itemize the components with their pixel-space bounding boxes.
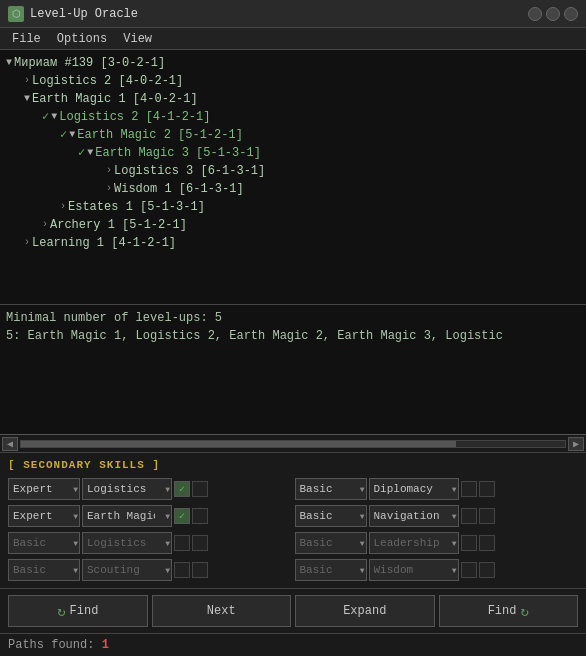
skill-checkbox-0-right-1[interactable] [461, 481, 477, 497]
scroll-left-button[interactable]: ◀ [2, 437, 18, 451]
skill-level-3-right[interactable]: BasicExpertAdvanced [295, 559, 367, 581]
skill-level-wrapper-0-right: BasicExpertAdvanced ▼ [295, 478, 367, 500]
skill-checkbox-2-right-1[interactable] [461, 535, 477, 551]
skill-level-0-left[interactable]: ExpertBasicAdvanced [8, 478, 80, 500]
skill-row-3-left: BasicExpertAdvanced ▼ Scouting ▼ [8, 558, 292, 582]
skill-checkbox-3-left-2[interactable] [192, 562, 208, 578]
skill-level-2-left[interactable]: BasicExpertAdvanced [8, 532, 80, 554]
skills-grid: ExpertBasicAdvanced ▼ Logistics ▼ BasicE… [8, 477, 578, 582]
tree-arrow-4[interactable]: ▼ [69, 126, 75, 144]
skill-checkbox-2-right-2[interactable] [479, 535, 495, 551]
tree-area[interactable]: ▼ Мириам #139 [3-0-2-1] › Logistics 2 [4… [0, 50, 586, 305]
skill-level-2-right[interactable]: BasicExpertAdvanced [295, 532, 367, 554]
tree-node-2: Earth Magic 1 [4-0-2-1] [32, 90, 198, 108]
skill-checkbox-0-left-2[interactable] [192, 481, 208, 497]
tree-arrow-7[interactable]: › [106, 180, 112, 198]
status-label: Paths found: [8, 638, 94, 652]
output-area: Minimal number of level-ups: 5 5: Earth … [0, 305, 586, 435]
tree-row-9[interactable]: › Archery 1 [5-1-2-1] [6, 216, 580, 234]
menu-file[interactable]: File [4, 30, 49, 48]
skill-checkbox-1-left-2[interactable] [192, 508, 208, 524]
title-bar: ⬡ Level-Up Oracle [0, 0, 586, 28]
next-button[interactable]: Next [152, 595, 292, 627]
skill-checkbox-1-left-1[interactable] [174, 508, 190, 524]
status-spacer [94, 638, 101, 652]
tree-row-10[interactable]: › Learning 1 [4-1-2-1] [6, 234, 580, 252]
skill-name-2-right[interactable]: Leadership [369, 532, 459, 554]
tree-row-1[interactable]: › Logistics 2 [4-0-2-1] [6, 72, 580, 90]
horizontal-scrollbar[interactable]: ◀ ▶ [0, 435, 586, 453]
status-count: 1 [102, 638, 109, 652]
skill-checkbox-3-right-2[interactable] [479, 562, 495, 578]
tree-arrow-6[interactable]: › [106, 162, 112, 180]
tree-node-7: Wisdom 1 [6-1-3-1] [114, 180, 244, 198]
tree-arrow-1[interactable]: › [24, 72, 30, 90]
refresh-icon-2: ↻ [520, 603, 528, 620]
tree-node-3: Logistics 2 [4-1-2-1] [59, 108, 210, 126]
skill-name-wrapper-1-left: Earth Magic ▼ [82, 505, 172, 527]
skill-name-2-left[interactable]: Logistics [82, 532, 172, 554]
tree-row-5[interactable]: ✓ ▼ Earth Magic 3 [5-1-3-1] [6, 144, 580, 162]
skill-checkbox-3-right-1[interactable] [461, 562, 477, 578]
skill-level-1-left[interactable]: ExpertBasicAdvanced [8, 505, 80, 527]
tree-arrow-9[interactable]: › [42, 216, 48, 234]
skill-name-0-left[interactable]: Logistics [82, 478, 172, 500]
minimize-button[interactable] [528, 7, 542, 21]
skill-level-1-right[interactable]: BasicExpertAdvanced [295, 505, 367, 527]
skill-checkbox-3-left-1[interactable] [174, 562, 190, 578]
close-button[interactable] [564, 7, 578, 21]
scroll-track[interactable] [20, 440, 566, 448]
title-bar-text: Level-Up Oracle [30, 7, 528, 21]
menu-bar: File Options View [0, 28, 586, 50]
tree-arrow-5[interactable]: ▼ [87, 144, 93, 162]
tree-node-10: Learning 1 [4-1-2-1] [32, 234, 176, 252]
skill-checkbox-0-left-1[interactable] [174, 481, 190, 497]
tree-arrow-10[interactable]: › [24, 234, 30, 252]
tree-node-4: Earth Magic 2 [5-1-2-1] [77, 126, 243, 144]
skill-name-1-left[interactable]: Earth Magic [82, 505, 172, 527]
skill-name-0-right[interactable]: Diplomacy [369, 478, 459, 500]
skill-name-1-right[interactable]: Navigation [369, 505, 459, 527]
tree-arrow-2[interactable]: ▼ [24, 90, 30, 108]
expand-button[interactable]: Expand [295, 595, 435, 627]
skill-name-3-right[interactable]: Wisdom [369, 559, 459, 581]
menu-view[interactable]: View [115, 30, 160, 48]
tree-row-0[interactable]: ▼ Мириам #139 [3-0-2-1] [6, 54, 580, 72]
skill-name-wrapper-0-left: Logistics ▼ [82, 478, 172, 500]
skill-checkbox-1-right-1[interactable] [461, 508, 477, 524]
find-button-1[interactable]: ↻ Find [8, 595, 148, 627]
skill-level-0-right[interactable]: BasicExpertAdvanced [295, 478, 367, 500]
skill-checkbox-0-right-2[interactable] [479, 481, 495, 497]
tree-row-4[interactable]: ✓ ▼ Earth Magic 2 [5-1-2-1] [6, 126, 580, 144]
skill-level-3-left[interactable]: BasicExpertAdvanced [8, 559, 80, 581]
scroll-thumb[interactable] [21, 441, 456, 447]
skill-checkbox-1-right-2[interactable] [479, 508, 495, 524]
skill-row-0-right: BasicExpertAdvanced ▼ Diplomacy ▼ [295, 477, 579, 501]
skill-checkbox-2-left-1[interactable] [174, 535, 190, 551]
tree-row-6[interactable]: › Logistics 3 [6-1-3-1] [6, 162, 580, 180]
tree-arrow-3[interactable]: ▼ [51, 108, 57, 126]
skill-level-wrapper-3-right: BasicExpertAdvanced ▼ [295, 559, 367, 581]
menu-options[interactable]: Options [49, 30, 115, 48]
tree-arrow-8[interactable]: › [60, 198, 66, 216]
tree-row-8[interactable]: › Estates 1 [5-1-3-1] [6, 198, 580, 216]
scroll-right-button[interactable]: ▶ [568, 437, 584, 451]
tree-row-3[interactable]: ✓ ▼ Logistics 2 [4-1-2-1] [6, 108, 580, 126]
status-bar: Paths found: 1 [0, 633, 586, 655]
tree-row-2[interactable]: ▼ Earth Magic 1 [4-0-2-1] [6, 90, 580, 108]
skill-name-wrapper-2-left: Logistics ▼ [82, 532, 172, 554]
skill-name-wrapper-3-left: Scouting ▼ [82, 559, 172, 581]
skill-checkbox-2-left-2[interactable] [192, 535, 208, 551]
app-icon: ⬡ [8, 6, 24, 22]
tree-arrow-0[interactable]: ▼ [6, 54, 12, 72]
tree-node-1: Logistics 2 [4-0-2-1] [32, 72, 183, 90]
skill-level-wrapper-2-left: BasicExpertAdvanced ▼ [8, 532, 80, 554]
skill-name-3-left[interactable]: Scouting [82, 559, 172, 581]
tree-row-7[interactable]: › Wisdom 1 [6-1-3-1] [6, 180, 580, 198]
secondary-skills-section: [ SECONDARY SKILLS ] ExpertBasicAdvanced… [0, 453, 586, 588]
maximize-button[interactable] [546, 7, 560, 21]
checkmark-5: ✓ [78, 144, 85, 162]
skill-name-wrapper-3-right: Wisdom ▼ [369, 559, 459, 581]
skill-level-wrapper-2-right: BasicExpertAdvanced ▼ [295, 532, 367, 554]
find-button-2[interactable]: Find ↻ [439, 595, 579, 627]
